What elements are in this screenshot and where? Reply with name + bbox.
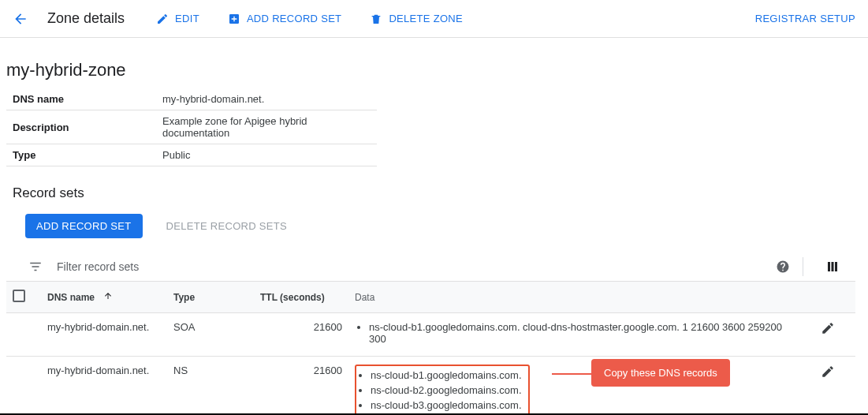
pencil-icon xyxy=(821,321,835,335)
table-row: my-hybrid-domain.net. SOA 21600 ns-cloud… xyxy=(6,313,855,357)
trash-icon xyxy=(370,13,382,25)
back-button[interactable] xyxy=(13,11,35,27)
cell-type: NS xyxy=(167,357,254,416)
filter-row xyxy=(6,252,855,281)
annotation-callout: Copy these DNS records xyxy=(591,359,730,387)
help-icon[interactable] xyxy=(776,260,790,274)
edit-row-button[interactable] xyxy=(821,326,835,338)
data-item: ns-cloud-b1.googledomains.com. xyxy=(371,369,522,381)
data-item: ns-cloud-b3.googledomains.com. xyxy=(371,399,522,411)
record-sets-table: DNS name Type TTL (seconds) Data my-hybr… xyxy=(6,281,855,415)
plus-box-icon xyxy=(228,13,240,25)
record-sets-heading: Record sets xyxy=(13,185,855,201)
filter-input[interactable] xyxy=(55,260,763,274)
add-record-set-toolbar-button[interactable]: ADD RECORD SET xyxy=(228,13,342,25)
filter-icon[interactable] xyxy=(28,260,43,274)
edit-button[interactable]: EDIT xyxy=(156,13,199,25)
zone-info-table: DNS name my-hybrid-domain.net. Descripti… xyxy=(6,88,377,166)
toolbar: Zone details EDIT ADD RECORD SET DELETE … xyxy=(0,0,868,38)
col-data: Data xyxy=(348,282,800,313)
description-value: Example zone for Apigee hybrid documenta… xyxy=(156,110,377,144)
cell-ttl: 21600 xyxy=(254,313,348,357)
data-item: ns-cloud-b2.googledomains.com. xyxy=(371,384,522,396)
zone-info: my-hybrid-zone DNS name my-hybrid-domain… xyxy=(0,38,868,415)
delete-record-sets-button: DELETE RECORD SETS xyxy=(162,219,292,233)
pencil-icon xyxy=(156,13,169,25)
col-type[interactable]: Type xyxy=(167,282,254,313)
dns-name-value: my-hybrid-domain.net. xyxy=(156,88,377,110)
edit-label: EDIT xyxy=(175,13,199,24)
delete-zone-label: DELETE ZONE xyxy=(389,13,463,24)
columns-icon[interactable] xyxy=(825,260,840,274)
cell-dns-name: my-hybrid-domain.net. xyxy=(41,313,167,357)
col-ttl[interactable]: TTL (seconds) xyxy=(254,282,348,313)
ns-records-highlight: ns-cloud-b1.googledomains.com. ns-cloud-… xyxy=(355,365,530,415)
description-label: Description xyxy=(6,110,156,144)
data-item: ns-cloud-b1.googledomains.com. cloud-dns… xyxy=(369,321,794,345)
registrar-setup-button[interactable]: REGISTRAR SETUP xyxy=(755,13,855,24)
arrow-left-icon xyxy=(13,11,28,27)
add-record-set-label: ADD RECORD SET xyxy=(247,13,342,24)
cell-type: SOA xyxy=(167,313,254,357)
type-value: Public xyxy=(156,144,377,166)
page-title: Zone details xyxy=(47,10,125,27)
dns-name-label: DNS name xyxy=(6,88,156,110)
sort-asc-icon xyxy=(103,292,113,303)
cell-data: ns-cloud-b1.googledomains.com. cloud-dns… xyxy=(348,313,800,357)
cell-data: ns-cloud-b1.googledomains.com. ns-cloud-… xyxy=(348,357,800,416)
col-dns-name[interactable]: DNS name xyxy=(41,282,167,313)
delete-zone-button[interactable]: DELETE ZONE xyxy=(370,13,463,25)
cell-dns-name: my-hybrid-domain.net. xyxy=(41,357,167,416)
record-sets-actions: ADD RECORD SET DELETE RECORD SETS xyxy=(6,214,855,238)
type-label: Type xyxy=(6,144,156,166)
pencil-icon xyxy=(821,365,835,379)
cell-ttl: 21600 xyxy=(254,357,348,416)
zone-name-heading: my-hybrid-zone xyxy=(6,60,855,80)
add-record-set-button[interactable]: ADD RECORD SET xyxy=(25,214,143,238)
select-all-checkbox[interactable] xyxy=(13,290,25,302)
edit-row-button[interactable] xyxy=(821,369,835,381)
